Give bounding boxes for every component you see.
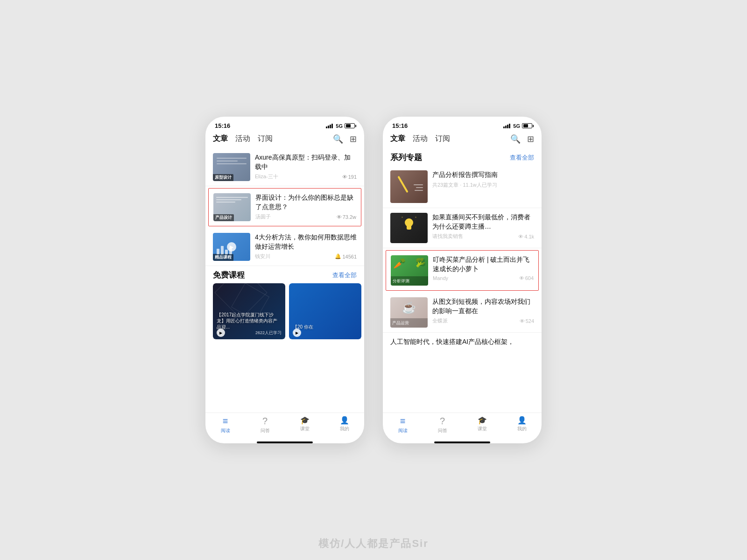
thumb-label-2: 产品设计 xyxy=(213,214,234,221)
eye-icon-1: 👁 xyxy=(342,174,347,180)
course-text-1: 【2017起点学院厦门线下沙龙】用匠心打造情绪类内容产品迎... xyxy=(217,312,282,330)
article-thumb-1: 原型设计 xyxy=(213,153,250,181)
mine-icon-left: 👤 xyxy=(340,416,349,425)
topic-title-2: 如果直播间买不到最低价，消费者为什么还要蹲主播… xyxy=(432,213,534,231)
status-icons-left: 5G xyxy=(326,123,355,129)
article-title-3: 4大分析方法，教你如何用数据思维做好运营增长 xyxy=(255,233,357,251)
article-item-3[interactable]: 精品课程 ▶ 4大分析方法，教你如何用数据思维做好运营增长 钱安川 🔔 1456… xyxy=(205,228,364,266)
tab-activity-right[interactable]: 活动 xyxy=(413,133,428,145)
signal-icon-right xyxy=(503,124,510,128)
time-left: 15:16 xyxy=(215,122,230,129)
play-icon-2[interactable]: ▶ xyxy=(293,329,301,337)
article-meta-1: Eliza-三十 👁 191 xyxy=(255,173,357,180)
tab-subscribe-left[interactable]: 订阅 xyxy=(258,133,273,145)
topic-thumb-3: 分析评测 🥕 🥦 xyxy=(391,255,428,286)
status-icons-right: 5G xyxy=(503,123,532,129)
bottom-nav-right: ≡ 阅读 ? 问答 🎓 课堂 👤 我的 xyxy=(383,413,542,440)
topic-views-3: 👁 604 xyxy=(519,275,534,281)
views-icon-3: 🔔 xyxy=(335,253,341,259)
topic-thumb-2 xyxy=(390,213,428,243)
grid-icon-left[interactable]: ⊞ xyxy=(350,134,357,144)
bottom-nav-class-right[interactable]: 🎓 课堂 xyxy=(462,416,502,434)
topic-meta-1: 共23篇文章 · 11.1w人已学习 xyxy=(432,182,534,189)
tab-subscribe-right[interactable]: 订阅 xyxy=(435,133,450,145)
topic-views-4: 👁 524 xyxy=(520,318,534,324)
bottom-nav-read-right[interactable]: ≡ 阅读 xyxy=(383,416,423,434)
article-list-left: 原型设计 Axure高保真原型：扫码登录、加载中 Eliza-三十 👁 191 xyxy=(205,148,364,413)
bottom-nav-qa-left[interactable]: ? 问答 xyxy=(245,416,285,434)
article-content-2: 界面设计：为什么你的图标总是缺了点意思？ 汤圆子 👁 73.2w xyxy=(255,193,356,220)
topic-author-4: 全蝶派 xyxy=(432,317,448,324)
left-phone: 15:16 5G 文章 活动 订阅 🔍 ⊞ 原型设计 xyxy=(205,117,364,443)
topic-content-2: 如果直播间买不到最低价，消费者为什么还要蹲主播… 请找我卖销售 👁 4.1k xyxy=(432,213,534,240)
bottom-nav-mine-right[interactable]: 👤 我的 xyxy=(502,416,542,434)
nav-tabs-right: 文章 活动 订阅 🔍 ⊞ xyxy=(383,131,542,148)
topic-views-2: 👁 4.1k xyxy=(518,234,534,239)
play-icon-1[interactable]: ▶ xyxy=(217,329,225,337)
read-label-right: 阅读 xyxy=(398,427,408,434)
topic-title-1: 产品分析报告撰写指南 xyxy=(432,170,534,180)
tab-activity-left[interactable]: 活动 xyxy=(235,133,250,145)
qa-icon-right: ? xyxy=(440,416,445,427)
topic-thumb-1 xyxy=(390,170,428,203)
topic-content-3: 叮咚买菜产品分析 | 破土而出并飞速成长的小萝卜 Mandy 👁 604 xyxy=(433,255,534,281)
topic-item-1[interactable]: 产品分析报告撰写指南 共23篇文章 · 11.1w人已学习 xyxy=(383,166,542,208)
qa-label-right: 问答 xyxy=(438,427,447,434)
nav-tabs-left: 文章 活动 订阅 🔍 ⊞ xyxy=(205,131,364,148)
bottom-nav-read-left[interactable]: ≡ 阅读 xyxy=(205,416,245,434)
5g-label: 5G xyxy=(336,123,343,129)
class-icon-right: 🎓 xyxy=(478,416,487,425)
courses-view-all[interactable]: 查看全部 xyxy=(332,271,357,280)
series-title: 系列专题 xyxy=(390,152,422,163)
thumb-label-1: 原型设计 xyxy=(213,174,233,181)
article-views-2: 👁 73.2w xyxy=(337,214,356,220)
search-icon-right[interactable]: 🔍 xyxy=(510,134,521,144)
topic-title-3: 叮咚买菜产品分析 | 破土而出并飞速成长的小萝卜 xyxy=(433,255,534,273)
eye-icon-2: 👁 xyxy=(337,214,342,220)
article-meta-3: 钱安川 🔔 14561 xyxy=(255,253,357,260)
article-author-2: 汤圆子 xyxy=(255,213,271,220)
class-icon-left: 🎓 xyxy=(300,416,310,425)
article-content-3: 4大分析方法，教你如何用数据思维做好运营增长 钱安川 🔔 14561 xyxy=(255,233,357,260)
topic-content-4: 从图文到短视频，内容农场对我们的影响一直都在 全蝶派 👁 524 xyxy=(432,297,534,324)
topic-item-2[interactable]: 如果直播间买不到最低价，消费者为什么还要蹲主播… 请找我卖销售 👁 4.1k xyxy=(383,208,542,248)
bottom-nav-qa-right[interactable]: ? 问答 xyxy=(423,416,462,434)
ai-section: 人工智能时代，快速搭建AI产品核心框架， xyxy=(383,333,542,349)
bottom-nav-class-left[interactable]: 🎓 课堂 xyxy=(285,416,324,434)
topic-author-2: 请找我卖销售 xyxy=(432,233,463,240)
topic-item-3[interactable]: 分析评测 🥕 🥦 叮咚买菜产品分析 | 破土而出并飞速成长的小萝卜 Mandy … xyxy=(386,250,539,291)
mine-label-left: 我的 xyxy=(340,426,349,432)
home-indicator-right xyxy=(434,441,490,443)
topic-row-2: 请找我卖销售 👁 4.1k xyxy=(432,233,534,240)
signal-icon xyxy=(326,124,333,128)
course-count-1: 2622人已学习 xyxy=(255,330,282,336)
bottom-nav-mine-left[interactable]: 👤 我的 xyxy=(324,416,364,434)
battery-icon xyxy=(345,123,355,128)
tab-article-right[interactable]: 文章 xyxy=(390,133,405,145)
topic-thumb-label-3: 分析评测 xyxy=(393,278,409,284)
search-icon-left[interactable]: 🔍 xyxy=(333,134,343,144)
article-thumb-2: 产品设计 xyxy=(213,193,251,221)
grid-icon-right[interactable]: ⊞ xyxy=(527,134,534,144)
course-cards: 【2017起点学院厦门线下沙龙】用匠心打造情绪类内容产品迎... ▶ 2622人… xyxy=(205,283,364,345)
eye-icon-topic-2: 👁 xyxy=(518,234,523,239)
topic-content-1: 产品分析报告撰写指南 共23篇文章 · 11.1w人已学习 xyxy=(432,170,534,189)
eye-icon-topic-3: 👁 xyxy=(519,275,524,281)
article-item-2[interactable]: 产品设计 界面设计：为什么你的图标总是缺了点意思？ 汤圆子 👁 73.2w xyxy=(208,188,361,226)
topic-item-4[interactable]: 产品运营 ☕ 从图文到短视频，内容农场对我们的影响一直都在 全蝶派 👁 524 xyxy=(383,293,542,333)
course-card-2[interactable]: 【20 你在 ▶ xyxy=(289,283,361,339)
article-content-1: Axure高保真原型：扫码登录、加载中 Eliza-三十 👁 191 xyxy=(255,153,357,180)
article-views-3: 🔔 14561 xyxy=(335,253,357,259)
article-title-1: Axure高保真原型：扫码登录、加载中 xyxy=(255,153,357,171)
article-item-1[interactable]: 原型设计 Axure高保真原型：扫码登录、加载中 Eliza-三十 👁 191 xyxy=(205,148,364,186)
eye-icon-topic-4: 👁 xyxy=(520,318,525,324)
article-views-1: 👁 191 xyxy=(342,174,357,180)
mine-icon-right: 👤 xyxy=(517,416,527,425)
courses-section: 免费课程 查看全部 【2017起点学院厦门线下沙龙】用匠心打造情绪类内容产品迎.… xyxy=(205,266,364,345)
series-view-all[interactable]: 查看全部 xyxy=(510,154,534,162)
courses-title: 免费课程 xyxy=(213,270,245,280)
time-right: 15:16 xyxy=(392,122,408,129)
series-section-header: 系列专题 查看全部 xyxy=(383,148,542,166)
course-card-1[interactable]: 【2017起点学院厦门线下沙龙】用匠心打造情绪类内容产品迎... ▶ 2622人… xyxy=(213,283,285,339)
tab-article-left[interactable]: 文章 xyxy=(213,133,228,145)
